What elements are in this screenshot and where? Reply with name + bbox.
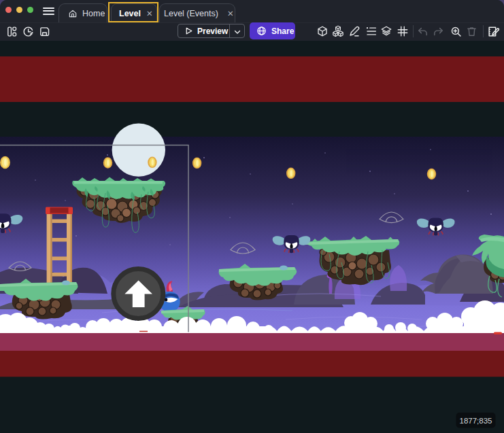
svg-text:1877;835: 1877;835 — [460, 417, 492, 425]
